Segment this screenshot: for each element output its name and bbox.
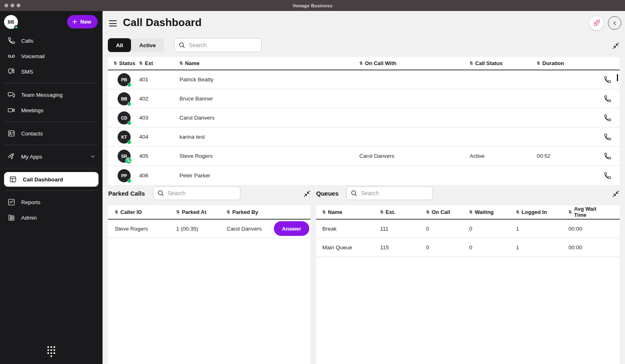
queue-waiting: 0: [469, 244, 516, 251]
collapse-panel-button[interactable]: [608, 16, 621, 30]
column-header-on-call-with[interactable]: ⇅On Call With: [359, 60, 470, 66]
extension-row[interactable]: CD 403 Carol Danvers: [108, 109, 620, 128]
extension-row[interactable]: BB 402 Bruce Banner: [108, 89, 620, 109]
dashboard-layout-icon: [9, 175, 17, 183]
queue-name: Main Queue: [322, 244, 380, 251]
voicemail-icon: [7, 52, 15, 60]
column-header-duration[interactable]: ⇅Duration: [537, 60, 590, 66]
queues-search[interactable]: [346, 186, 433, 200]
collapse-parked-calls-button[interactable]: [304, 190, 310, 199]
column-header-status[interactable]: ⇅Status: [114, 60, 139, 66]
queue-row[interactable]: Main Queue 115 0 0 1 00:00: [316, 238, 620, 257]
column-header-waiting[interactable]: ⇅Waiting: [469, 209, 516, 215]
extensions-table: ⇅Status ⇅Ext ⇅Name ⇅On Call With ⇅Call S…: [108, 57, 620, 185]
extensions-search-input[interactable]: [189, 42, 257, 48]
sidebar-item-contacts[interactable]: Contacts: [0, 126, 103, 141]
call-button[interactable]: [603, 132, 612, 142]
avatar-initials: CD: [121, 116, 127, 120]
sidebar-item-voicemail[interactable]: Voicemail: [0, 48, 103, 64]
extension-number: 406: [139, 172, 179, 179]
apps-launcher-button[interactable]: [589, 16, 603, 30]
column-header-name[interactable]: ⇅Name: [179, 60, 359, 66]
sidebar-item-call-dashboard[interactable]: Call Dashboard: [4, 172, 98, 187]
rocket-icon: [592, 19, 601, 27]
parked-calls-search-input[interactable]: [168, 190, 236, 196]
column-header-queue-ext[interactable]: ⇅Ext.: [380, 209, 426, 215]
extension-number: 405: [139, 153, 179, 159]
avatar: CD: [118, 111, 131, 124]
presence-dot: [127, 83, 131, 87]
close-window-icon[interactable]: [4, 4, 8, 7]
avatar: KT: [118, 131, 131, 144]
column-header-call-status[interactable]: ⇅Call Status: [470, 60, 537, 66]
phone-icon: [603, 133, 612, 141]
sidebar-item-label: Voicemail: [21, 53, 45, 59]
sidebar-item-calls[interactable]: Calls: [0, 33, 103, 48]
sidebar-item-my-apps[interactable]: My Apps: [0, 149, 103, 164]
sidebar-item-admin[interactable]: Admin: [0, 210, 103, 225]
extension-row[interactable]: PP 406 Peter Parker: [108, 166, 620, 185]
call-button[interactable]: [603, 113, 612, 123]
search-icon: [351, 190, 358, 197]
column-header-queue-name[interactable]: ⇅Name: [322, 209, 380, 215]
chart-icon: [7, 198, 15, 206]
sidebar-item-meetings[interactable]: Meetings: [0, 102, 103, 118]
sort-icon: ⇅: [227, 210, 230, 214]
extension-row[interactable]: SR 405 Steve Rogers Carol Danvers Active…: [108, 147, 620, 166]
sidebar-item-label: Reports: [21, 199, 40, 205]
tab-all[interactable]: All: [108, 38, 131, 52]
extension-number: 403: [139, 115, 179, 121]
sidebar-divider: [4, 145, 98, 145]
sidebar-item-reports[interactable]: Reports: [0, 194, 103, 210]
call-button[interactable]: [603, 151, 612, 161]
menu-toggle-button[interactable]: [109, 20, 117, 26]
collapse-extensions-button[interactable]: [612, 42, 619, 51]
queue-ext: 115: [380, 244, 426, 251]
parked-calls-search[interactable]: [153, 186, 240, 200]
extension-row[interactable]: KT 404 karina test: [108, 128, 620, 147]
minimize-window-icon[interactable]: [11, 4, 14, 7]
column-header-logged-in[interactable]: ⇅Logged In: [516, 209, 568, 215]
queues-search-input[interactable]: [361, 190, 428, 196]
phone-icon: [603, 76, 612, 84]
avatar-initials: BB: [8, 20, 14, 24]
phone-icon: [603, 152, 612, 160]
column-header-avg-wait-time[interactable]: ⇅Avg Wait Time: [568, 206, 620, 218]
sidebar-item-sms[interactable]: SMS: [0, 64, 103, 79]
scrollbar-thumb[interactable]: [617, 74, 618, 81]
extension-number: 401: [139, 76, 179, 83]
window-controls[interactable]: [4, 0, 20, 11]
sidebar-divider: [4, 190, 98, 191]
user-avatar[interactable]: BB: [4, 15, 18, 29]
parked-calls-table-header: ⇅Caller ID ⇅Parked At ⇅Parked By: [108, 205, 310, 220]
column-header-caller-id[interactable]: ⇅Caller ID: [115, 209, 176, 215]
parked-call-row[interactable]: Steve Rogers 1 (00:35) Carol Danvers Ans…: [108, 220, 310, 238]
extensions-search[interactable]: [174, 38, 262, 52]
dialpad-button[interactable]: [46, 345, 56, 359]
column-header-ext[interactable]: ⇅Ext: [139, 60, 179, 66]
queue-row[interactable]: Break 111 0 0 1 00:00: [316, 220, 620, 238]
chevron-left-icon: [612, 20, 618, 26]
queues-table-header: ⇅Name ⇅Ext. ⇅On Call ⇅Waiting ⇅Logged In…: [316, 205, 620, 220]
answer-button[interactable]: Answer: [274, 221, 309, 236]
zoom-window-icon[interactable]: [17, 4, 20, 7]
column-header-on-call[interactable]: ⇅On Call: [426, 209, 469, 215]
status-cell: BB: [114, 92, 139, 105]
status-cell: SR: [114, 150, 139, 163]
call-button[interactable]: [603, 171, 612, 181]
queue-on-call: 0: [426, 226, 469, 232]
column-header-parked-by[interactable]: ⇅Parked By: [227, 209, 274, 215]
call-button[interactable]: [603, 94, 612, 104]
column-header-parked-at[interactable]: ⇅Parked At: [176, 209, 227, 215]
sidebar-item-team-messaging[interactable]: Team Messaging: [0, 87, 103, 102]
extension-row[interactable]: PB 401 Patrick Beatty: [108, 70, 620, 89]
tab-active[interactable]: Active: [131, 38, 164, 52]
extensions-table-body: PB 401 Patrick Beatty BB 402 Bruce Banne…: [108, 70, 620, 185]
sidebar-nav: Calls Voicemail SMS Team Messaging Meeti…: [0, 33, 103, 225]
sort-icon: ⇅: [516, 210, 520, 214]
presence-dot: [14, 25, 18, 29]
new-button[interactable]: New: [67, 15, 98, 28]
sort-icon: ⇅: [537, 61, 540, 65]
call-button[interactable]: [603, 75, 612, 85]
collapse-queues-button[interactable]: [612, 190, 619, 199]
